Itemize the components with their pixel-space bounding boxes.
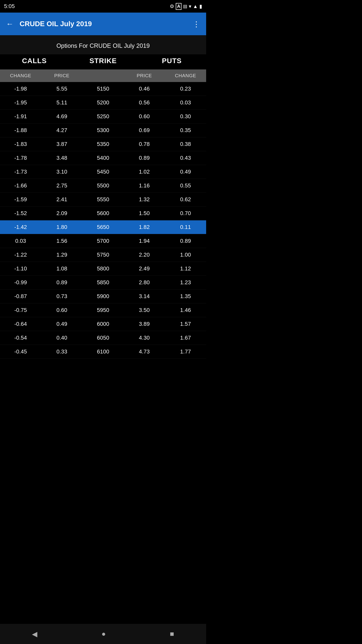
calls-change-cell: -0.45	[0, 348, 41, 355]
calls-change-cell: -1.10	[0, 265, 41, 272]
app-title: CRUDE OIL July 2019	[20, 20, 191, 28]
puts-price-cell: 1.94	[124, 238, 165, 244]
calls-price-cell: 0.73	[41, 293, 82, 300]
puts-change-cell: 0.62	[165, 196, 206, 203]
puts-price-col: PRICE	[124, 73, 165, 78]
calls-change-cell: -1.95	[0, 99, 41, 106]
strike-col	[82, 73, 124, 78]
calls-change-cell: -1.66	[0, 182, 41, 189]
calls-change-col: CHANGE	[0, 73, 41, 78]
wifi-icon: ▾	[189, 3, 191, 9]
status-icons: ⚙ A ▤ ▾ ▲ ▮	[170, 3, 202, 10]
puts-price-cell: 0.89	[124, 155, 165, 161]
calls-price-cell: 0.60	[41, 307, 82, 313]
strike-cell: 6100	[82, 348, 124, 355]
calls-change-cell: -1.88	[0, 127, 41, 134]
table-row[interactable]: -1.733.1054501.020.49	[0, 165, 206, 179]
status-time: 5:05	[4, 3, 15, 10]
calls-change-cell: -1.78	[0, 155, 41, 161]
table-row[interactable]: -0.450.3361004.731.77	[0, 345, 206, 359]
puts-change-cell: 1.77	[165, 348, 206, 355]
column-headers: CHANGE PRICE PRICE CHANGE	[0, 69, 206, 82]
puts-change-cell: 0.70	[165, 210, 206, 217]
puts-price-cell: 1.16	[124, 182, 165, 189]
calls-price-cell: 2.75	[41, 182, 82, 189]
table-row[interactable]: -0.750.6059503.501.46	[0, 303, 206, 317]
puts-change-cell: 0.11	[165, 224, 206, 230]
puts-change-cell: 1.12	[165, 265, 206, 272]
puts-price-cell: 0.60	[124, 113, 165, 120]
table-row[interactable]: -0.870.7359003.141.35	[0, 290, 206, 303]
strike-cell: 5550	[82, 196, 124, 203]
table-row[interactable]: -1.592.4155501.320.62	[0, 193, 206, 207]
strike-cell: 5300	[82, 127, 124, 134]
strike-header: STRIKE	[69, 57, 137, 65]
strike-cell: 5350	[82, 141, 124, 147]
table-row[interactable]: -0.990.8958502.801.23	[0, 276, 206, 290]
puts-price-cell: 3.50	[124, 307, 165, 313]
subtitle: Options For CRUDE OIL July 2019	[0, 35, 206, 54]
table-row[interactable]: -1.985.5551500.460.23	[0, 82, 206, 96]
strike-cell: 5850	[82, 279, 124, 286]
table-row[interactable]: -1.783.4854000.890.43	[0, 151, 206, 165]
calls-price-cell: 3.87	[41, 141, 82, 147]
calls-change-cell: -0.87	[0, 293, 41, 300]
puts-change-cell: 0.38	[165, 141, 206, 147]
table-row[interactable]: -0.540.4060504.301.67	[0, 331, 206, 345]
puts-change-cell: 1.46	[165, 307, 206, 313]
gear-icon: ⚙	[170, 3, 174, 9]
calls-change-cell: -1.91	[0, 113, 41, 120]
calls-change-cell: -0.99	[0, 279, 41, 286]
calls-price-cell: 5.11	[41, 99, 82, 106]
strike-cell: 5700	[82, 238, 124, 244]
font-icon: A	[176, 3, 182, 10]
calls-change-cell: -1.83	[0, 141, 41, 147]
puts-price-cell: 0.78	[124, 141, 165, 147]
table-row[interactable]: -1.101.0858002.491.12	[0, 262, 206, 276]
table-row[interactable]: -1.955.1152000.560.03	[0, 96, 206, 110]
calls-change-cell: -0.75	[0, 307, 41, 313]
strike-cell: 5600	[82, 210, 124, 217]
table-row[interactable]: -0.640.4960003.891.57	[0, 317, 206, 331]
puts-change-cell: 0.43	[165, 155, 206, 161]
calls-price-cell: 0.40	[41, 335, 82, 341]
puts-change-cell: 1.35	[165, 293, 206, 300]
table-row[interactable]: -1.833.8753500.780.38	[0, 137, 206, 151]
calls-price-cell: 0.49	[41, 321, 82, 327]
puts-change-cell: 0.89	[165, 238, 206, 244]
puts-price-cell: 1.82	[124, 224, 165, 230]
strike-cell: 5450	[82, 169, 124, 175]
puts-price-cell: 1.32	[124, 196, 165, 203]
table-row[interactable]: -1.884.2753000.690.35	[0, 124, 206, 137]
calls-price-cell: 4.69	[41, 113, 82, 120]
strike-cell: 5800	[82, 265, 124, 272]
data-table: -1.985.5551500.460.23-1.955.1152000.560.…	[0, 82, 206, 359]
table-row[interactable]: 0.031.5657001.940.89	[0, 234, 206, 248]
calls-price-cell: 0.89	[41, 279, 82, 286]
table-row[interactable]: -1.662.7555001.160.55	[0, 179, 206, 193]
signal-icon: ▲	[193, 4, 198, 9]
calls-change-cell: -0.64	[0, 321, 41, 327]
strike-cell: 5200	[82, 99, 124, 106]
table-row[interactable]: -1.522.0956001.500.70	[0, 207, 206, 220]
menu-button[interactable]: ⋮	[191, 18, 202, 30]
strike-cell: 5400	[82, 155, 124, 161]
puts-change-cell: 0.35	[165, 127, 206, 134]
calls-change-cell: -1.59	[0, 196, 41, 203]
table-row[interactable]: -1.421.8056501.820.11	[0, 220, 206, 234]
strike-cell: 5150	[82, 86, 124, 92]
puts-price-cell: 0.56	[124, 99, 165, 106]
calls-price-cell: 4.27	[41, 127, 82, 134]
puts-price-cell: 4.73	[124, 348, 165, 355]
table-row[interactable]: -1.914.6952500.600.30	[0, 110, 206, 124]
puts-header: PUTS	[138, 57, 206, 65]
sdcard-icon: ▤	[183, 4, 187, 9]
calls-price-cell: 1.29	[41, 252, 82, 258]
puts-price-cell: 1.02	[124, 169, 165, 175]
back-button[interactable]: ←	[4, 18, 16, 30]
status-bar: 5:05 ⚙ A ▤ ▾ ▲ ▮	[0, 0, 206, 13]
battery-icon: ▮	[199, 3, 202, 9]
puts-change-cell: 1.00	[165, 252, 206, 258]
table-row[interactable]: -1.221.2957502.201.00	[0, 248, 206, 262]
strike-cell: 5950	[82, 307, 124, 313]
